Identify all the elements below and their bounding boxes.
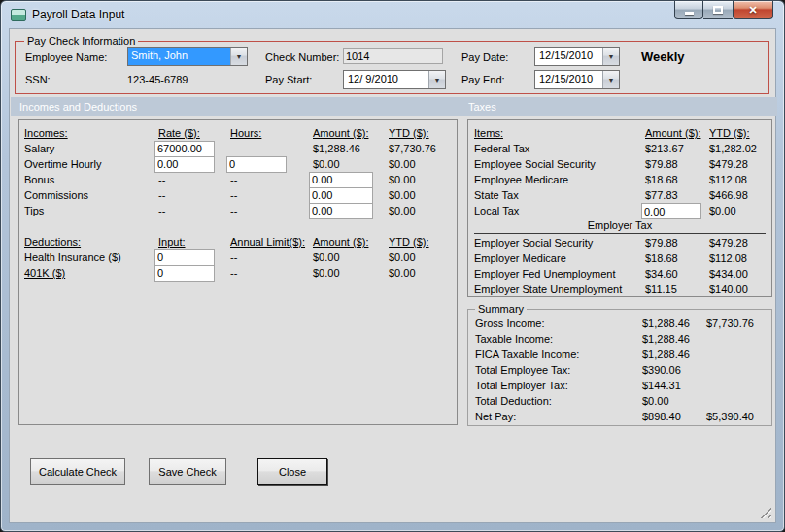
minimize-icon bbox=[685, 12, 694, 15]
pay-end-label: Pay End: bbox=[461, 74, 505, 85]
total-employee-tax-amount: $390.06 bbox=[642, 362, 706, 378]
commissions-amount-input[interactable] bbox=[309, 187, 373, 204]
deductions-col-header: Deductions: bbox=[24, 234, 158, 249]
close-dialog-button[interactable]: Close bbox=[257, 458, 327, 485]
total-employer-tax-amount: $144.31 bbox=[642, 378, 706, 393]
calculate-check-button[interactable]: Calculate Check bbox=[30, 458, 125, 485]
total-deduction-amount: $0.00 bbox=[642, 393, 706, 409]
employee-name-select[interactable]: Smith, John ▼ bbox=[127, 47, 248, 66]
pay-start-picker[interactable]: 12/ 9/2010 ▼ bbox=[343, 70, 446, 89]
maximize-button[interactable] bbox=[703, 1, 733, 19]
health-insurance-amount: $0.00 bbox=[313, 249, 389, 265]
bonus-hours: -- bbox=[230, 172, 313, 187]
chevron-down-icon: ▼ bbox=[434, 77, 441, 83]
chevron-down-icon: ▼ bbox=[608, 77, 615, 83]
summary-row-label: Taxable Income: bbox=[475, 331, 642, 347]
income-row-label: Tips bbox=[24, 203, 158, 218]
state-tax-amount: $77.83 bbox=[645, 187, 709, 203]
pay-start-label: Pay Start: bbox=[265, 74, 312, 85]
app-icon bbox=[11, 9, 26, 21]
tips-rate: -- bbox=[158, 203, 230, 218]
commissions-hours: -- bbox=[230, 187, 313, 203]
employee-name-dropdown-button[interactable]: ▼ bbox=[230, 48, 247, 65]
summary-table: Gross Income: $1,288.46 $7,730.76 Taxabl… bbox=[468, 310, 771, 424]
salary-rate-input[interactable] bbox=[154, 141, 215, 157]
tips-amount-input[interactable] bbox=[309, 203, 373, 219]
tax-row-label: State Tax bbox=[474, 187, 645, 203]
hours-col-header: Hours: bbox=[230, 125, 313, 141]
401k-input[interactable] bbox=[154, 265, 215, 282]
overtime-rate-input[interactable] bbox=[154, 156, 215, 173]
rate-col-header: Rate ($): bbox=[158, 125, 230, 141]
federal-tax-amount: $213.67 bbox=[645, 141, 709, 156]
ytd-col-header: YTD ($): bbox=[709, 125, 771, 141]
pay-date-dropdown-button[interactable]: ▼ bbox=[602, 48, 619, 65]
pay-end-value: 12/15/2010 bbox=[535, 71, 602, 88]
bonus-ytd: $0.00 bbox=[389, 172, 457, 187]
taxable-income-amount: $1,288.46 bbox=[642, 331, 706, 347]
annual-limit-col-header: Annual Limit($): bbox=[230, 234, 313, 249]
net-pay-amount: $898.40 bbox=[642, 409, 706, 424]
incomes-table: Incomes: Rate ($): Hours: Amount ($): YT… bbox=[24, 125, 457, 218]
pay-date-picker[interactable]: 12/15/2010 ▼ bbox=[534, 47, 620, 66]
summary-row-label: Net Pay: bbox=[475, 409, 642, 424]
employee-name-label: Employee Name: bbox=[25, 51, 107, 63]
payroll-window: Payroll Data Input ✕ Pay Check Informati… bbox=[0, 0, 785, 532]
tips-ytd: $0.00 bbox=[389, 203, 457, 218]
income-row-label: Salary bbox=[24, 141, 158, 156]
employer-tax-divider: Employer Tax bbox=[474, 219, 766, 234]
total-deduction-ytd bbox=[706, 393, 771, 409]
employer-medicare-ytd: $112.08 bbox=[709, 250, 771, 266]
pay-end-dropdown-button[interactable]: ▼ bbox=[602, 71, 619, 88]
tax-row-label: Employer Medicare bbox=[474, 250, 645, 266]
employer-ss-ytd: $479.28 bbox=[709, 235, 771, 250]
pay-start-value: 12/ 9/2010 bbox=[344, 71, 428, 88]
state-tax-ytd: $466.98 bbox=[709, 187, 771, 203]
resize-grip[interactable] bbox=[760, 507, 771, 518]
close-button[interactable]: ✕ bbox=[733, 1, 773, 19]
pay-end-picker[interactable]: 12/15/2010 ▼ bbox=[534, 70, 620, 89]
amount-col-header: Amount ($): bbox=[313, 125, 389, 141]
summary-row-label: Gross Income: bbox=[475, 316, 642, 331]
deduction-row-label-401k[interactable]: 401K ($) bbox=[24, 265, 158, 281]
total-employee-tax-ytd bbox=[706, 362, 771, 378]
tax-row-label: Employer Fed Unemployment bbox=[474, 266, 645, 282]
employer-state-unemp-ytd: $140.00 bbox=[709, 282, 771, 297]
paycheck-info-group: Pay Check Information Employee Name: Smi… bbox=[15, 41, 769, 94]
employer-fed-unemp-amount: $34.60 bbox=[645, 266, 709, 282]
taxes-section-header: Taxes bbox=[468, 97, 496, 116]
health-insurance-ytd: $0.00 bbox=[389, 249, 457, 265]
items-col-header: Items: bbox=[474, 125, 645, 141]
summary-row-label: Total Deduction: bbox=[475, 393, 642, 409]
incomes-deductions-section-header: Incomes and Deductions bbox=[11, 101, 137, 113]
salary-amount: $1,288.46 bbox=[313, 141, 389, 156]
close-icon: ✕ bbox=[748, 4, 757, 17]
federal-tax-ytd: $1,282.02 bbox=[709, 141, 771, 156]
input-col-header: Input: bbox=[158, 234, 230, 249]
pay-start-dropdown-button[interactable]: ▼ bbox=[428, 71, 445, 88]
bonus-amount-input[interactable] bbox=[309, 172, 373, 188]
taxes-panel: Items: Amount ($): YTD ($): Federal Tax … bbox=[467, 119, 772, 297]
local-tax-ytd: $0.00 bbox=[709, 203, 771, 219]
amount-col-header: Amount ($): bbox=[645, 125, 709, 141]
ytd-col-header: YTD ($): bbox=[389, 234, 457, 249]
fica-taxable-amount: $1,288.46 bbox=[642, 347, 706, 362]
minimize-button[interactable] bbox=[674, 1, 703, 19]
window-title: Payroll Data Input bbox=[32, 8, 124, 21]
local-tax-input[interactable] bbox=[641, 203, 701, 219]
save-check-button[interactable]: Save Check bbox=[149, 458, 226, 485]
401k-ytd: $0.00 bbox=[389, 265, 457, 281]
check-number-field[interactable] bbox=[343, 48, 443, 64]
summary-row-label: Total Employer Tax: bbox=[475, 378, 642, 393]
title-bar[interactable]: Payroll Data Input ✕ bbox=[1, 1, 784, 28]
income-row-label: Bonus bbox=[24, 172, 158, 187]
salary-ytd: $7,730.76 bbox=[389, 141, 457, 156]
employer-medicare-amount: $18.68 bbox=[645, 250, 709, 266]
401k-amount: $0.00 bbox=[313, 265, 389, 281]
income-row-label: Commissions bbox=[24, 187, 158, 203]
summary-group-label: Summary bbox=[475, 303, 527, 315]
overtime-ytd: $0.00 bbox=[389, 156, 457, 172]
health-insurance-input[interactable] bbox=[154, 249, 215, 266]
overtime-hours-input[interactable] bbox=[226, 156, 287, 173]
deduction-row-label: Health Insurance ($) bbox=[24, 249, 158, 265]
